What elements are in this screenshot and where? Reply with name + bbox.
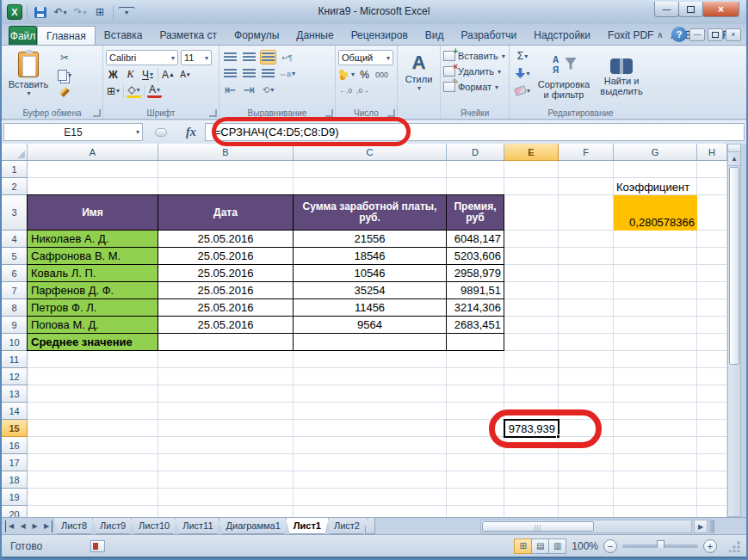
col-header-G[interactable]: G bbox=[614, 144, 697, 161]
macro-record-button[interactable] bbox=[90, 540, 105, 552]
vertical-scroll-thumb[interactable] bbox=[729, 167, 739, 365]
selected-cell-E15[interactable]: 9783,939 bbox=[504, 419, 559, 438]
cell-G3[interactable]: 0,280578366 bbox=[614, 195, 697, 231]
workbook-close-button[interactable]: × bbox=[726, 28, 741, 41]
cell-B19[interactable] bbox=[158, 489, 294, 506]
ribbon-tab-5[interactable]: Рецензиров bbox=[343, 26, 417, 45]
find-select-button[interactable]: Найти и выделить bbox=[595, 48, 648, 106]
normal-view-button[interactable]: ⊞ bbox=[514, 538, 532, 554]
cell-B13[interactable] bbox=[158, 385, 294, 403]
cell-H9[interactable] bbox=[697, 317, 727, 334]
cell-E6[interactable] bbox=[504, 265, 559, 282]
cell-F16[interactable] bbox=[559, 437, 614, 454]
cell-G12[interactable] bbox=[614, 368, 697, 385]
cell-D7[interactable]: 9891,51 bbox=[447, 282, 504, 299]
cell-H6[interactable] bbox=[697, 265, 727, 282]
cell-H5[interactable] bbox=[697, 248, 727, 265]
row-header-20[interactable]: 20 bbox=[2, 506, 28, 517]
col-header-A[interactable]: A bbox=[28, 144, 158, 161]
cell-G10[interactable] bbox=[614, 334, 697, 351]
sheet-tab-0[interactable]: Лист8 bbox=[53, 518, 95, 534]
format-painter-button[interactable] bbox=[56, 84, 73, 100]
scroll-right-icon[interactable]: ▶ bbox=[694, 520, 708, 533]
cell-D18[interactable] bbox=[447, 471, 504, 489]
cell-C9[interactable]: 9564 bbox=[294, 317, 447, 334]
cell-D2[interactable] bbox=[447, 178, 504, 195]
align-center-button[interactable] bbox=[241, 66, 257, 81]
cut-button[interactable]: ✂ bbox=[56, 50, 73, 65]
resize-grip[interactable] bbox=[729, 540, 741, 552]
dialog-launcher-icon[interactable] bbox=[387, 109, 395, 117]
cell-H17[interactable] bbox=[697, 454, 727, 471]
cell-G20[interactable] bbox=[614, 506, 697, 517]
cell-F14[interactable] bbox=[559, 403, 614, 420]
page-layout-view-button[interactable]: ▤ bbox=[531, 538, 549, 554]
row-header-14[interactable]: 14 bbox=[2, 403, 28, 420]
cell-F19[interactable] bbox=[559, 489, 614, 506]
formula-input[interactable]: =СРЗНАЧ(C4:D5;C8:D9) bbox=[205, 123, 745, 141]
zoom-slider[interactable] bbox=[622, 545, 698, 548]
increase-font-button[interactable]: А▲ bbox=[161, 67, 176, 82]
cell-B9[interactable]: 25.05.2016 bbox=[158, 317, 294, 334]
zoom-slider-thumb[interactable] bbox=[657, 540, 665, 551]
cell-F7[interactable] bbox=[559, 282, 614, 299]
cell-C7[interactable]: 35254 bbox=[294, 282, 447, 299]
table-header-D3[interactable]: Премия, руб bbox=[447, 195, 504, 231]
cell-D17[interactable] bbox=[447, 454, 504, 471]
cell-C4[interactable]: 21556 bbox=[294, 231, 447, 248]
cell-A14[interactable] bbox=[28, 403, 158, 420]
col-header-C[interactable]: C bbox=[294, 144, 447, 161]
cell-F20[interactable] bbox=[559, 506, 614, 517]
cell-G16[interactable] bbox=[614, 437, 697, 454]
ribbon-tab-3[interactable]: Формулы bbox=[226, 26, 287, 45]
cell-E18[interactable] bbox=[504, 471, 559, 489]
row-header-16[interactable]: 16 bbox=[2, 437, 28, 454]
cell-H19[interactable] bbox=[697, 489, 727, 506]
font-size-select[interactable]: 11▾ bbox=[181, 50, 212, 65]
cell-E14[interactable] bbox=[504, 403, 559, 420]
cell-B6[interactable]: 25.05.2016 bbox=[158, 265, 294, 282]
underline-button[interactable]: Ч▾ bbox=[140, 67, 155, 82]
cell-B2[interactable] bbox=[158, 178, 294, 195]
format-cells-button[interactable]: Формат▾ bbox=[443, 79, 506, 95]
row-header-9[interactable]: 9 bbox=[2, 317, 28, 334]
cell-E8[interactable] bbox=[504, 299, 559, 317]
number-format-select[interactable]: Общий▾ bbox=[338, 50, 393, 65]
cell-E17[interactable] bbox=[504, 454, 559, 471]
cell-H1[interactable] bbox=[697, 161, 727, 178]
cell-G8[interactable] bbox=[614, 299, 697, 317]
cell-D6[interactable]: 2958,979 bbox=[447, 265, 504, 282]
row-header-1[interactable]: 1 bbox=[2, 161, 28, 178]
cell-A20[interactable] bbox=[28, 506, 158, 517]
cell-H18[interactable] bbox=[697, 471, 727, 489]
row-header-11[interactable]: 11 bbox=[2, 351, 28, 368]
borders-button[interactable]: ⊞▾ bbox=[106, 83, 121, 98]
cell-B16[interactable] bbox=[158, 437, 294, 454]
cell-D8[interactable]: 3214,306 bbox=[447, 299, 504, 317]
autosum-button[interactable]: Σ▾ bbox=[512, 48, 533, 64]
workbook-restore-button[interactable] bbox=[708, 28, 723, 41]
percent-format-button[interactable]: % bbox=[357, 67, 372, 82]
cell-C19[interactable] bbox=[294, 489, 447, 506]
cell-D14[interactable] bbox=[447, 403, 504, 420]
zoom-out-button[interactable]: − bbox=[603, 539, 617, 553]
ribbon-tab-4[interactable]: Данные bbox=[287, 26, 342, 45]
cell-H4[interactable] bbox=[697, 231, 727, 248]
align-left-button[interactable] bbox=[222, 66, 238, 81]
first-sheet-button[interactable]: ◀ bbox=[5, 520, 16, 532]
ribbon-tab-0[interactable]: Главная bbox=[37, 26, 96, 45]
cell-D11[interactable] bbox=[447, 351, 504, 368]
font-color-button[interactable]: А▾ bbox=[147, 83, 162, 98]
fill-button[interactable]: ▾ bbox=[512, 65, 533, 81]
scroll-up-icon[interactable]: ▲ bbox=[728, 152, 740, 166]
row-header-6[interactable]: 6 bbox=[2, 265, 28, 282]
cell-A2[interactable] bbox=[28, 178, 158, 195]
decrease-indent-button[interactable]: ⇤ bbox=[222, 83, 238, 97]
row-header-17[interactable]: 17 bbox=[2, 454, 28, 471]
italic-button[interactable]: К bbox=[123, 67, 138, 82]
dialog-launcher-icon[interactable] bbox=[209, 109, 217, 117]
cell-D1[interactable] bbox=[447, 161, 504, 178]
cell-B8[interactable]: 25.05.2016 bbox=[158, 299, 294, 317]
align-bottom-button[interactable] bbox=[260, 50, 276, 65]
cell-A16[interactable] bbox=[28, 437, 158, 454]
